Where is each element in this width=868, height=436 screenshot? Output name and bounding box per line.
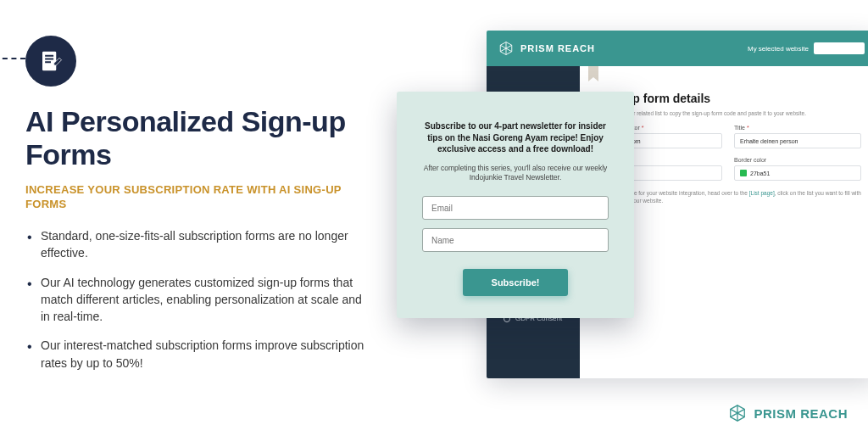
screenshot-mock-area: PRISM REACH My selected website gn Up Fo…	[381, 0, 868, 436]
footer-brand: PRISM REACH	[728, 404, 848, 422]
border-color-input[interactable]: 27ba51	[734, 165, 861, 181]
bullet-item: Our AI technology generates customized s…	[25, 274, 364, 326]
signup-title: Subscribe to our 4-part newsletter for i…	[422, 120, 609, 155]
app-header: PRISM REACH My selected website	[487, 31, 868, 66]
brand-icon	[728, 404, 747, 422]
edit-form-icon	[38, 48, 64, 74]
border-color-label: Border color	[734, 157, 861, 163]
selected-website-dropdown[interactable]	[814, 42, 865, 54]
list-page-link[interactable]: [List page]	[749, 190, 775, 196]
footer-brand-text: PRISM REACH	[754, 406, 848, 421]
border-color-value: 27ba51	[750, 170, 770, 176]
feature-bullets: Standard, one-size-fits-all subscription…	[25, 227, 364, 372]
brand-icon	[498, 41, 514, 56]
signup-form-preview: Subscribe to our 4-part newsletter for i…	[397, 92, 634, 318]
selected-website-label: My selected website	[748, 45, 809, 53]
name-field[interactable]	[422, 228, 609, 252]
signup-subtitle: After completing this series, you'll als…	[422, 164, 609, 183]
color-swatch	[740, 170, 747, 176]
panel-hint: Navigate to your related list to copy th…	[595, 110, 861, 116]
subscribe-button[interactable]: Subscribe!	[463, 269, 569, 296]
panel-title: Sign Up form details	[595, 92, 861, 105]
bullet-item: Standard, one-size-fits-all subscription…	[25, 227, 364, 262]
panel-note: To fetch the code for your website integ…	[595, 189, 861, 204]
selected-website-widget[interactable]: My selected website	[748, 42, 865, 54]
app-brand: PRISM REACH	[498, 41, 595, 56]
svg-rect-0	[42, 52, 56, 71]
app-brand-text: PRISM REACH	[520, 43, 595, 53]
bookmark-icon	[588, 66, 598, 81]
feature-badge	[25, 36, 76, 87]
bullet-item: Our interest-matched subscription forms …	[25, 337, 364, 372]
marketing-left-column: AI Personalized Sign-up Forms INCREASE Y…	[0, 0, 381, 436]
page-heading: AI Personalized Sign-up Forms	[25, 105, 364, 171]
title-input-value: Erhalte deinen person	[740, 138, 798, 144]
title-field-label: Title *	[734, 125, 861, 131]
title-input[interactable]: Erhalte deinen person	[734, 133, 861, 148]
page-subheading: INCREASE YOUR SUBSCRIPTION RATE WITH AI …	[25, 183, 364, 212]
connector-line	[0, 58, 25, 59]
email-field[interactable]	[422, 196, 609, 220]
